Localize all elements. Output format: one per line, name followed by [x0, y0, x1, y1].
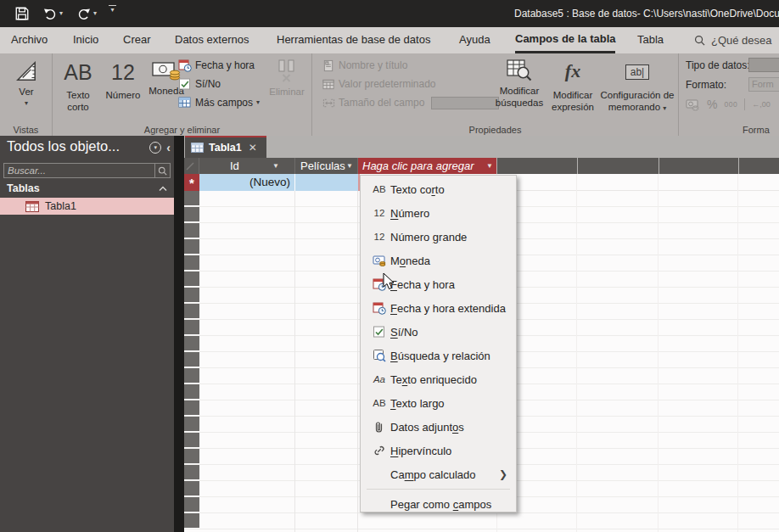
- menu-item-texto-enriquecido[interactable]: AaTexto enriquecido: [361, 367, 516, 391]
- tab-tabla[interactable]: Tabla: [637, 27, 664, 53]
- navigation-pane-title[interactable]: Todos los objeto...: [7, 138, 120, 154]
- menu-item-fecha-y-hora-extendida[interactable]: Fecha y hora extendida: [361, 296, 516, 320]
- tipo-de-datos-label: Tipo de datos:: [686, 58, 750, 73]
- nav-menu-dropdown-icon[interactable]: ▾: [149, 142, 161, 154]
- new-record-selector[interactable]: *: [184, 174, 199, 191]
- row-selector[interactable]: [184, 223, 199, 238]
- column-header-empty[interactable]: [496, 158, 577, 174]
- tab-archivo[interactable]: Archivo: [11, 27, 48, 53]
- configuracion-memorando-button[interactable]: ab| Configuración de memorando ▾: [598, 55, 676, 114]
- menu-item-campo-calculado[interactable]: Campo calculado❯: [361, 462, 516, 486]
- column-header-empty[interactable]: [659, 158, 738, 174]
- chevron-up-icon: [159, 186, 167, 192]
- column-header-add-field[interactable]: Haga clic para agregar ▼: [358, 158, 496, 174]
- row-selector[interactable]: [184, 497, 199, 512]
- shutter-bar-collapse-icon[interactable]: ‹: [166, 142, 171, 154]
- menu-item-label: Datos adjuntos: [390, 421, 464, 434]
- date-time-extended-icon: [368, 301, 390, 315]
- tab-inicio[interactable]: Inicio: [73, 27, 98, 53]
- search-icon[interactable]: [154, 164, 170, 177]
- mas-campos-button[interactable]: Más campos ▾: [178, 93, 260, 112]
- si-no-button[interactable]: Sí/No: [178, 75, 260, 93]
- texto-corto-button[interactable]: AB Texto corto: [56, 55, 100, 114]
- numero-button[interactable]: 12 Número: [102, 55, 144, 101]
- select-all-corner-cell[interactable]: [184, 158, 199, 174]
- cell-id-new[interactable]: (Nuevo): [199, 174, 295, 191]
- nav-item-label: Tabla1: [45, 200, 76, 212]
- dropdown-caret-icon[interactable]: ▼: [486, 162, 493, 170]
- row-selector[interactable]: [184, 449, 199, 463]
- menu-item-busqueda-y-relacion[interactable]: Búsqueda y relación: [361, 344, 516, 367]
- row-selector[interactable]: [184, 191, 199, 205]
- tamano-del-campo-label: Tamaño del campo: [339, 97, 424, 109]
- row-selector[interactable]: [184, 384, 199, 399]
- redo-button[interactable]: ▾: [76, 5, 97, 22]
- menu-item-numero[interactable]: 12Número: [361, 201, 516, 225]
- thousands-separator-icon: 000: [724, 100, 737, 109]
- menu-item-texto-largo[interactable]: ABTexto largo: [361, 391, 516, 415]
- row-selector[interactable]: [184, 288, 199, 302]
- tab-ayuda[interactable]: Ayuda: [459, 27, 490, 53]
- menu-item-hipervinculo[interactable]: Hipervínculo: [361, 439, 516, 462]
- row-selector[interactable]: [184, 417, 199, 431]
- submenu-arrow-icon: ❯: [499, 468, 507, 480]
- nombre-y-titulo-button: Nombre y título: [322, 56, 499, 75]
- tab-herramientas-de-base-de-datos[interactable]: Herramientas de base de datos: [277, 27, 430, 53]
- nav-item-tabla1[interactable]: Tabla1: [0, 198, 174, 215]
- modificar-busquedas-button[interactable]: Modificar búsquedas: [493, 55, 546, 109]
- row-selector[interactable]: [184, 433, 199, 447]
- menu-item-moneda[interactable]: Moneda: [361, 249, 516, 272]
- mouse-cursor: [383, 272, 396, 291]
- column-header-peliculas[interactable]: Películas ▼: [295, 158, 358, 174]
- menu-item-label: Texto enriquecido: [390, 373, 477, 386]
- hyperlink-icon: [368, 444, 390, 457]
- nav-section-tablas[interactable]: Tablas: [0, 181, 174, 196]
- nav-search-box[interactable]: Buscar...: [3, 163, 171, 178]
- close-icon[interactable]: ✕: [249, 142, 257, 154]
- undo-button[interactable]: ▾: [42, 5, 63, 22]
- tell-me-search[interactable]: ¿Qué desea: [694, 27, 772, 53]
- row-selector[interactable]: [184, 481, 199, 496]
- filter-dropdown-icon[interactable]: ▼: [346, 162, 353, 170]
- row-selector[interactable]: [184, 239, 199, 254]
- column-header-id[interactable]: Id ▼: [199, 158, 295, 174]
- row-selector[interactable]: [184, 207, 199, 221]
- cell-peliculas-new[interactable]: [295, 174, 358, 191]
- undo-dropdown-caret[interactable]: ▾: [59, 10, 63, 17]
- ribbon-group-propiedades: Nombre y título Valor predeterminado Tam…: [312, 53, 679, 136]
- menu-item-pegar-como-campos[interactable]: Pegar como campos: [361, 492, 516, 516]
- row-selector[interactable]: [184, 255, 199, 270]
- row-selector[interactable]: [184, 513, 199, 528]
- row-selector[interactable]: [184, 352, 199, 367]
- row-selector[interactable]: [184, 272, 199, 286]
- pane-separator[interactable]: [174, 136, 184, 532]
- row-selector[interactable]: [184, 304, 199, 318]
- menu-item-label: Texto corto: [390, 183, 445, 196]
- row-selector[interactable]: [184, 400, 199, 415]
- menu-item-numero-grande[interactable]: 12Número grande: [361, 225, 516, 249]
- menu-item-si-no[interactable]: Sí/No: [361, 320, 516, 344]
- ver-button[interactable]: Ver ▾: [7, 55, 46, 107]
- tab-crear[interactable]: Crear: [123, 27, 151, 53]
- field-size-icon: [322, 97, 335, 109]
- fecha-y-hora-button[interactable]: Fecha y hora: [178, 56, 260, 75]
- menu-item-texto-corto[interactable]: ABTexto corto: [361, 177, 516, 201]
- numero-label: Número: [106, 89, 141, 101]
- column-header-empty[interactable]: [738, 158, 779, 174]
- redo-dropdown-caret[interactable]: ▾: [93, 10, 97, 17]
- document-tab-tabla1[interactable]: Tabla1 ✕: [185, 136, 266, 158]
- customize-quick-access-toolbar-button[interactable]: ▾: [109, 5, 116, 22]
- row-selector[interactable]: [184, 368, 199, 383]
- gridline: [294, 191, 295, 532]
- row-selector[interactable]: [184, 465, 199, 479]
- modificar-expresion-button[interactable]: fx Modificar expresión: [547, 55, 598, 114]
- tab-campos-de-la-tabla[interactable]: Campos de la tabla: [515, 27, 615, 53]
- tipo-de-datos-dropdown[interactable]: [748, 58, 779, 72]
- row-selector[interactable]: [184, 336, 199, 350]
- filter-dropdown-icon[interactable]: ▼: [272, 162, 279, 170]
- menu-item-datos-adjuntos[interactable]: Datos adjuntos: [361, 415, 516, 439]
- row-selector[interactable]: [184, 320, 199, 334]
- save-button[interactable]: [14, 5, 30, 22]
- tab-datos-externos[interactable]: Datos externos: [175, 27, 249, 53]
- column-header-empty[interactable]: [577, 158, 659, 174]
